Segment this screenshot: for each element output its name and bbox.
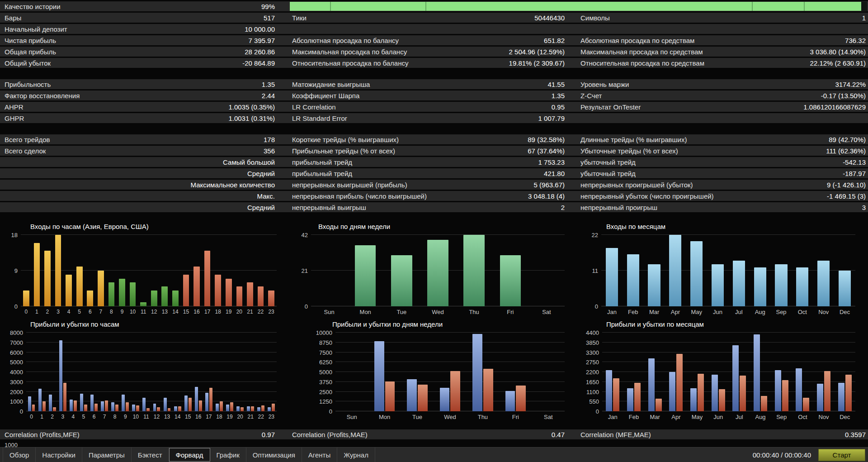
x-tick-label: Jun xyxy=(708,411,729,420)
chart-entries-by-month: Входы по месяцам 22110 JanFebMarAprMayJu… xyxy=(582,223,855,315)
bar-slot xyxy=(266,333,277,411)
bar xyxy=(84,405,87,411)
bar-slot xyxy=(32,235,42,306)
bar-slot xyxy=(771,333,792,411)
y-axis: 800070006000500040003000200010000 xyxy=(5,333,26,411)
x-tick-label: 16 xyxy=(193,411,203,420)
bar-slot xyxy=(601,235,623,306)
bar-slot xyxy=(53,235,64,306)
bar xyxy=(257,407,260,411)
bar xyxy=(613,378,619,411)
bar xyxy=(38,389,42,411)
x-tick-label: 18 xyxy=(214,411,224,420)
bar-slot xyxy=(368,333,401,411)
bar-slot xyxy=(528,235,565,306)
bar-slot xyxy=(256,333,266,411)
stat-label: убыточный трейд xyxy=(580,170,636,177)
stat-label: непрерывных выигрышей (прибыль) xyxy=(292,181,407,189)
bar xyxy=(164,398,167,411)
x-tick-label: Feb xyxy=(623,411,645,420)
tab-inputs[interactable]: Параметры xyxy=(82,448,132,462)
x-tick-label: 15 xyxy=(181,306,192,315)
chart-title: Прибыли и убытки по месяцам xyxy=(582,320,855,333)
x-tick-label: 23 xyxy=(266,306,277,315)
x-tick-label: Dec xyxy=(834,306,855,315)
tab-optimization[interactable]: Оптимизация xyxy=(246,448,302,462)
bar xyxy=(90,395,94,411)
bar xyxy=(111,402,114,411)
bar-slot xyxy=(750,333,771,411)
stats-row: GHPR1.0031 (0.31%)LR Standard Error1 007… xyxy=(0,113,868,123)
stat-value: 99% xyxy=(261,3,275,10)
bar-slot xyxy=(120,333,131,411)
x-tick-label: 6 xyxy=(85,306,95,315)
x-tick-label: Jan xyxy=(602,411,623,420)
bar xyxy=(151,291,157,306)
stat-value: 1 007.79 xyxy=(538,114,565,122)
bar xyxy=(80,394,83,411)
tab-backtest[interactable]: Бэктест xyxy=(132,448,169,462)
y-tick-label: 3850 xyxy=(586,339,599,345)
tab-strip: ОбзорНастройкиПараметрыБэктестФорвардГра… xyxy=(0,448,375,462)
bar xyxy=(66,275,72,306)
stat-value: Максимальное количество xyxy=(190,181,275,189)
correlation-row: Correlation (Profits,MFE) 0.97 Correlati… xyxy=(0,429,868,439)
tab-journal[interactable]: Журнал xyxy=(337,448,375,462)
bar xyxy=(132,405,135,411)
x-tick-label: 17 xyxy=(202,306,213,315)
bar-slot xyxy=(223,235,234,306)
x-axis: 01234567891011121314151617181920212223 xyxy=(26,411,277,420)
x-tick-label: 19 xyxy=(223,306,234,315)
tab-forward[interactable]: Форвард xyxy=(169,448,210,462)
bar xyxy=(719,389,725,411)
bar xyxy=(440,388,450,411)
x-tick-label: Tue xyxy=(383,306,420,315)
bar-slot xyxy=(707,235,728,306)
x-tick-label: 14 xyxy=(170,306,181,315)
bar-slot xyxy=(499,333,532,411)
bar xyxy=(161,286,168,306)
bar xyxy=(122,395,125,411)
bar xyxy=(418,385,428,411)
x-axis: JanFebMarAprMayJunJulAugSepOctNovDec xyxy=(602,411,855,420)
bar xyxy=(690,388,697,411)
bar xyxy=(698,374,704,411)
bar xyxy=(450,371,460,411)
bar-slot xyxy=(131,333,141,411)
bar-slot xyxy=(456,235,492,306)
y-tick-label: 6250 xyxy=(319,359,332,365)
stat-label: Уровень маржи xyxy=(580,81,629,88)
bar xyxy=(247,282,253,306)
x-tick-label: May xyxy=(687,411,708,420)
bar-slot xyxy=(347,235,383,306)
x-tick-label: Sat xyxy=(532,411,565,420)
bar xyxy=(754,334,760,411)
stat-label: Фактор восстановления xyxy=(5,92,80,100)
bar xyxy=(98,271,104,306)
x-tick-label: 18 xyxy=(212,306,223,315)
bar xyxy=(226,405,229,411)
bar-slot xyxy=(644,235,665,306)
y-tick-label: 5000 xyxy=(10,359,23,365)
bar xyxy=(606,248,618,306)
bar xyxy=(824,371,830,411)
bar-slot xyxy=(74,235,85,306)
x-tick-label: 3 xyxy=(57,411,68,420)
bar xyxy=(782,380,788,411)
tab-graph[interactable]: График xyxy=(210,448,246,462)
tab-settings[interactable]: Настройки xyxy=(36,448,82,462)
bar-slot xyxy=(183,333,193,411)
x-tick-label: Jul xyxy=(729,411,750,420)
stat-label: непрерывный проигрыш xyxy=(580,204,657,211)
start-button[interactable]: Старт xyxy=(818,449,865,461)
x-tick-label: 11 xyxy=(141,411,151,420)
y-tick-label: 4000 xyxy=(10,369,23,375)
tab-overview[interactable]: Обзор xyxy=(3,448,36,462)
y-axis: 22110 xyxy=(582,235,601,306)
bar-slot xyxy=(492,235,528,306)
stats-row: Начальный депозит10 000.00 xyxy=(0,24,868,34)
x-tick-label: Jun xyxy=(707,306,728,315)
stat-label: Всего сделок xyxy=(5,147,46,155)
tab-agents[interactable]: Агенты xyxy=(302,448,337,462)
stat-label: LR Standard Error xyxy=(292,114,347,122)
